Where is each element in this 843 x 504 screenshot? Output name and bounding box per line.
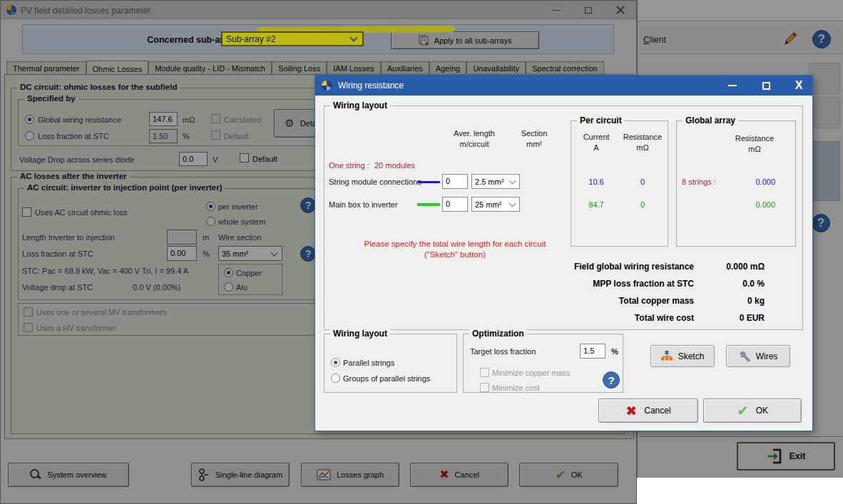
client-row: Client ? [639, 26, 842, 54]
tab-spectral-correction[interactable]: Spectral correction [526, 61, 604, 75]
exit-door-icon [767, 448, 782, 464]
tab-ageing[interactable]: Ageing [429, 61, 466, 75]
uses-ac-ohmic-loss-checkbox[interactable] [22, 207, 31, 217]
current-unit-header: A [578, 143, 615, 152]
apply-all-subarrays-button[interactable]: Apply to all sub-arrays [391, 31, 539, 49]
tab-soiling-loss[interactable]: Soiling Loss [272, 61, 327, 75]
mv-transformers-checkbox[interactable] [24, 307, 33, 317]
single-line-diagram-button[interactable]: Single-line diagram [191, 463, 290, 487]
copy-apply-icon [419, 35, 429, 46]
groups-parallel-strings-radio[interactable] [331, 374, 340, 383]
exit-label: Exit [790, 451, 806, 461]
help-icon-wire[interactable]: ? [300, 246, 316, 262]
ac-loss-unit-label: % [203, 250, 210, 258]
global-wiring-resistance-radio[interactable] [25, 115, 34, 124]
exit-button[interactable]: Exit [737, 442, 835, 470]
string-connections-label: String module connections [329, 178, 422, 186]
main-cancel-button[interactable]: ✖ Cancel [410, 463, 509, 487]
help-icon-side[interactable]: ? [812, 214, 830, 232]
hv-transformer-checkbox[interactable] [24, 323, 33, 332]
search-icon [30, 469, 41, 480]
default-resistance-checkbox[interactable] [211, 130, 220, 140]
string-length-input[interactable]: 0 [442, 174, 468, 189]
mainbox-length-input[interactable]: 0 [442, 197, 468, 212]
global-wiring-resistance-label: Global wiring resistance [38, 115, 121, 124]
wiring-layout-group-title: Wiring layout [330, 101, 390, 110]
subarray-select[interactable]: Sub-array #2 [221, 31, 364, 46]
system-overview-button[interactable]: System overview [8, 463, 129, 487]
ac-losses-group-title: AC losses after the inverter [17, 172, 130, 180]
dialog-ok-label: OK [756, 406, 768, 416]
wire-section-select[interactable]: 35 mm² [218, 246, 282, 261]
tab-thermal-parameter[interactable]: Thermal parameter [6, 61, 86, 75]
length-inverter-label: Length Inverter to injection [22, 233, 115, 242]
calculated-checkbox[interactable] [211, 114, 220, 123]
dialog-ok-button[interactable]: ✔ OK [703, 398, 802, 423]
voltage-drop-stc-value: 0.0 V (0.00%) [133, 283, 180, 292]
mainbox-resistance-value: 0 [628, 200, 658, 209]
side-button-1[interactable] [809, 63, 840, 94]
sketch-button[interactable]: Sketch [650, 345, 715, 367]
wiring-layout-bottom-title: Wiring layout [330, 329, 390, 339]
voltage-drop-default-checkbox[interactable] [240, 153, 249, 163]
chevron-down-icon [509, 177, 516, 184]
minimize-copper-mass-checkbox[interactable] [480, 368, 489, 377]
stc-summary-line: STC: Pac = 68.9 kW, Vac = 400 V Tri, I =… [22, 267, 188, 275]
subarray-select-value: Sub-array #2 [226, 34, 275, 44]
losses-graph-button[interactable]: Losses graph [301, 463, 399, 487]
minimize-icon[interactable] [544, 1, 568, 19]
parallel-strings-radio[interactable] [331, 358, 340, 367]
maximize-icon[interactable] [576, 1, 601, 19]
concerned-subarray-label: Concerned sub-array [108, 35, 237, 45]
footer-divider [639, 436, 842, 438]
help-icon-ac[interactable]: ? [300, 197, 316, 213]
single-line-diagram-icon [198, 468, 210, 481]
one-string-label: One string : [329, 161, 369, 170]
string-section-select[interactable]: 2.5 mm² [471, 174, 520, 189]
cancel-x-icon: ✖ [439, 469, 449, 480]
dialog-maximize-icon[interactable] [752, 76, 780, 96]
ac-loss-fraction-input[interactable]: 0.00 [167, 246, 197, 261]
dialog-cancel-button[interactable]: ✖ Cancel [598, 398, 698, 423]
per-circuit-title: Per circuit [577, 115, 625, 125]
tab-unavailability[interactable]: Unavailability [466, 61, 526, 75]
string-section-value: 2.5 mm² [475, 178, 504, 186]
help-icon-optimization[interactable]: ? [603, 371, 620, 389]
ac-loss-fraction-label: Loss fraction at STC [22, 250, 93, 258]
mainbox-section-value: 25 mm² [475, 200, 501, 209]
tab-auxiliaries[interactable]: Auxiliaries [381, 61, 429, 75]
wrench-icon [739, 351, 750, 362]
alu-radio[interactable] [224, 282, 233, 292]
voltage-drop-input[interactable]: 0.0 [179, 152, 208, 166]
global-resistance-header: Resistance [726, 134, 783, 143]
copper-radio[interactable] [224, 268, 233, 277]
help-icon-client[interactable]: ? [812, 30, 831, 48]
loss-fraction-stc-label: Loss fraction at STC [38, 132, 109, 140]
main-ok-button[interactable]: ✔ OK [519, 463, 618, 487]
global-resistance-unit-header: mΩ [726, 145, 783, 153]
target-loss-fraction-label: Target loss fraction [470, 347, 536, 356]
per-inverter-radio[interactable] [206, 202, 215, 211]
pencil-edit-icon[interactable] [780, 30, 799, 48]
minimize-cost-checkbox[interactable] [480, 383, 489, 392]
length-inverter-input[interactable] [167, 230, 197, 245]
tab-iam-losses[interactable]: IAM Losses [327, 61, 380, 75]
minimize-copper-mass-label: Minimize copper mass [492, 369, 570, 377]
tab-ohmic-losses[interactable]: Ohmic Losses [86, 61, 149, 76]
side-button-2[interactable] [809, 97, 840, 128]
whole-system-radio[interactable] [206, 217, 215, 226]
loss-fraction-input[interactable]: 1.50 [149, 129, 178, 143]
mainbox-section-select[interactable]: 25 mm² [471, 197, 520, 212]
close-icon[interactable] [608, 1, 633, 19]
global-resistance-input[interactable]: 147.6 [149, 112, 178, 126]
wires-button[interactable]: Wires [726, 345, 790, 367]
copper-label: Copper [236, 269, 262, 277]
dialog-minimize-icon[interactable] [718, 76, 747, 96]
tab-module-quality[interactable]: Module quality - LID - Mismatch [148, 61, 272, 75]
field-global-resistance-label: Field global wiring resistance [486, 262, 694, 272]
sketch-label: Sketch [678, 351, 705, 361]
loss-fraction-stc-radio[interactable] [25, 131, 34, 140]
dialog-close-icon[interactable]: X [785, 76, 813, 96]
target-loss-fraction-input[interactable]: 1.5 [580, 344, 606, 359]
system-overview-label: System overview [47, 470, 106, 479]
